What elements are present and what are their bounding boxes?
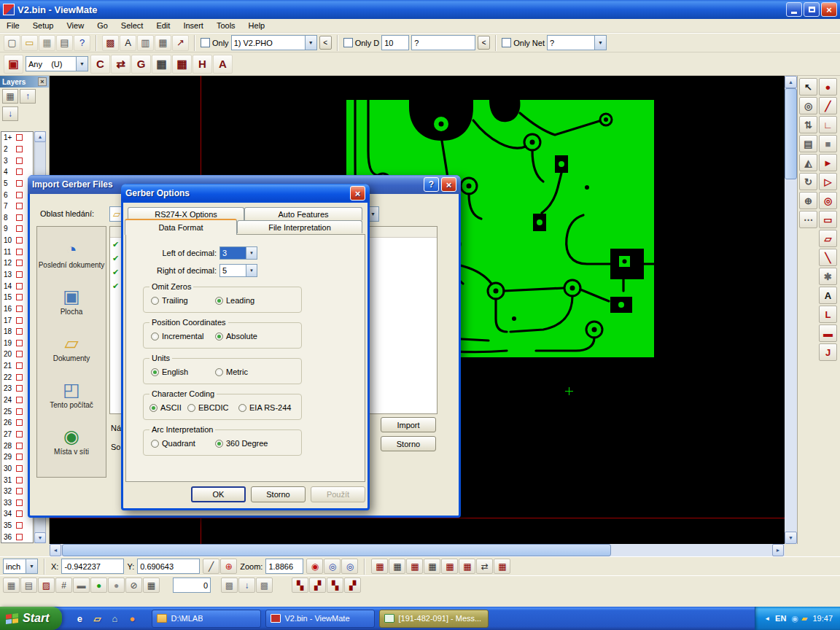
- taskbar-window-message[interactable]: [191-482-091] - Mess...: [379, 610, 489, 628]
- tray-update-icon[interactable]: ▰: [801, 614, 807, 623]
- tab-file-interpretation[interactable]: File Interpretation: [237, 220, 362, 233]
- fill-grid-icon[interactable]: ▦: [143, 578, 160, 593]
- filled-rect-tool-icon[interactable]: ■: [819, 135, 837, 152]
- dialog-help-button[interactable]: ?: [424, 177, 439, 192]
- right-decimal-select[interactable]: 5 ▼: [219, 264, 257, 277]
- canvas-horizontal-scrollbar[interactable]: ◄ ►: [0, 544, 840, 556]
- layer-file-select[interactable]: 1) V2.PHO ▼: [231, 35, 317, 50]
- select-cursor-icon[interactable]: ↖: [799, 78, 817, 96]
- place-recent-documents[interactable]: ◔ Poslední dokumenty: [37, 231, 106, 278]
- gerber-close-button[interactable]: ×: [350, 186, 365, 201]
- layer-row[interactable]: 3: [1, 155, 33, 166]
- browser-quick-icon[interactable]: ●: [125, 610, 139, 626]
- radio-incremental[interactable]: Incremental: [151, 332, 203, 341]
- layer-color-swatch[interactable]: [16, 294, 23, 300]
- dcode-table-icon[interactable]: ▦: [406, 559, 423, 574]
- layer-color-swatch[interactable]: [16, 443, 23, 449]
- draw-line-tool-icon[interactable]: ╱: [819, 97, 837, 114]
- menu-item[interactable]: Setup: [26, 20, 61, 31]
- measure-diagonal-icon[interactable]: ↗: [172, 35, 189, 51]
- layer-color-swatch[interactable]: [16, 431, 23, 438]
- horizontal-scroll-thumb[interactable]: [62, 544, 611, 556]
- layer-color-swatch[interactable]: [16, 158, 23, 164]
- frame-grid-icon[interactable]: ▦: [371, 559, 388, 574]
- only-net-checkbox[interactable]: [502, 38, 511, 47]
- menu-item[interactable]: Tools: [210, 20, 242, 31]
- ruler-icon[interactable]: ▬: [73, 578, 90, 593]
- zoom-out-icon[interactable]: ◎: [341, 559, 358, 574]
- scroll-down-icon[interactable]: ▼: [785, 532, 797, 544]
- layer-row[interactable]: 1+: [1, 132, 33, 144]
- layer-color-swatch[interactable]: [16, 146, 23, 152]
- pattern-ne-icon[interactable]: ▚: [292, 578, 308, 593]
- layer-order-icon[interactable]: ▤: [799, 135, 817, 152]
- radio-360-degree[interactable]: 360 Degree: [215, 439, 268, 448]
- layer-color-swatch[interactable]: [16, 328, 23, 335]
- x-coordinate-field[interactable]: -0.942237: [61, 559, 124, 574]
- layer-color-swatch[interactable]: [16, 408, 23, 415]
- scroll-up-icon[interactable]: ▲: [785, 76, 797, 88]
- aperture-table-icon[interactable]: ▦: [424, 559, 440, 574]
- layer-color-swatch[interactable]: [16, 351, 23, 357]
- chevron-down-icon[interactable]: ▼: [594, 36, 606, 50]
- import-button[interactable]: Import: [381, 417, 436, 432]
- grid-dots-icon[interactable]: ▦: [3, 578, 20, 593]
- polygon-tool-icon[interactable]: ▱: [819, 230, 837, 247]
- only-layer-checkbox[interactable]: [201, 38, 210, 47]
- scroll-down-icon[interactable]: ▼: [34, 532, 46, 543]
- layer-color-swatch[interactable]: [16, 534, 23, 540]
- layer-color-swatch[interactable]: [16, 271, 23, 278]
- measure-diagonal-icon[interactable]: ╱: [203, 559, 219, 574]
- mirror-flip-icon[interactable]: ◭: [799, 154, 817, 171]
- outline-mode-icon[interactable]: ⊘: [125, 578, 142, 593]
- radio-ascii[interactable]: ASCII: [149, 403, 182, 412]
- triangle-tool-icon[interactable]: ▷: [819, 173, 837, 190]
- flash-pad-tool-icon[interactable]: ●: [819, 78, 837, 96]
- layer-color-swatch[interactable]: [16, 488, 23, 494]
- close-button[interactable]: ×: [821, 2, 837, 17]
- origin-crosshair-icon[interactable]: ⊕: [220, 559, 237, 574]
- scroll-up-icon[interactable]: ▲: [34, 131, 46, 142]
- circle-c-tool-icon[interactable]: C: [90, 55, 110, 74]
- start-button[interactable]: Start: [0, 607, 62, 630]
- radio-english[interactable]: English: [151, 368, 188, 376]
- layer-color-swatch[interactable]: [16, 180, 23, 187]
- layer-color-swatch[interactable]: [16, 203, 23, 209]
- new-file-icon[interactable]: ▢: [4, 35, 20, 51]
- menu-item[interactable]: Help: [242, 20, 272, 31]
- mini-grid-icon[interactable]: ▦: [494, 559, 510, 574]
- frame-grid2-icon[interactable]: ▦: [389, 559, 405, 574]
- prev-dcode-button[interactable]: <: [478, 36, 490, 50]
- clock[interactable]: 19:47: [812, 614, 833, 623]
- y-coordinate-field[interactable]: 0.690643: [137, 559, 200, 574]
- selection-filter-icon[interactable]: ▣: [4, 55, 23, 74]
- menu-item[interactable]: Go: [90, 20, 114, 31]
- layer-color-swatch[interactable]: [16, 397, 23, 403]
- radio-leading[interactable]: Leading: [215, 296, 254, 305]
- radio-absolute[interactable]: Absolute: [215, 332, 257, 341]
- tray-messenger-icon[interactable]: ◉: [791, 614, 798, 623]
- radio-metric[interactable]: Metric: [215, 368, 248, 376]
- center-target-icon[interactable]: ⊕: [799, 192, 817, 209]
- save-icon[interactable]: ▦: [39, 35, 55, 51]
- layer-color-swatch[interactable]: [16, 362, 23, 369]
- place-documents[interactable]: ▱ Dokumenty: [37, 324, 106, 371]
- vertical-scroll-thumb[interactable]: [785, 88, 797, 179]
- dcode-name-field[interactable]: ?: [411, 35, 475, 50]
- layer-color-swatch[interactable]: [16, 192, 23, 198]
- open-file-icon[interactable]: ▭: [21, 35, 38, 51]
- dialog-close-button[interactable]: ×: [441, 177, 456, 192]
- chevron-down-icon[interactable]: ▼: [26, 559, 37, 573]
- layer-color-swatch[interactable]: [16, 225, 23, 232]
- tab-auto-features[interactable]: Auto Features: [244, 207, 362, 220]
- left-decimal-select[interactable]: 3 ▼: [219, 246, 257, 260]
- taskbar-window-viewmate[interactable]: V2.bin - ViewMate: [265, 610, 375, 628]
- layer-color-swatch[interactable]: [16, 134, 23, 141]
- print-icon[interactable]: ▤: [56, 35, 73, 51]
- more-tools-icon[interactable]: ⋯: [799, 211, 817, 228]
- chevron-down-icon[interactable]: ▼: [305, 36, 316, 50]
- taskbar-window-mlab[interactable]: D:\MLAB: [152, 610, 261, 628]
- scroll-left-button[interactable]: ◄: [50, 544, 61, 556]
- menu-item[interactable]: Insert: [176, 20, 210, 31]
- draw-angle-tool-icon[interactable]: ∟: [819, 116, 837, 133]
